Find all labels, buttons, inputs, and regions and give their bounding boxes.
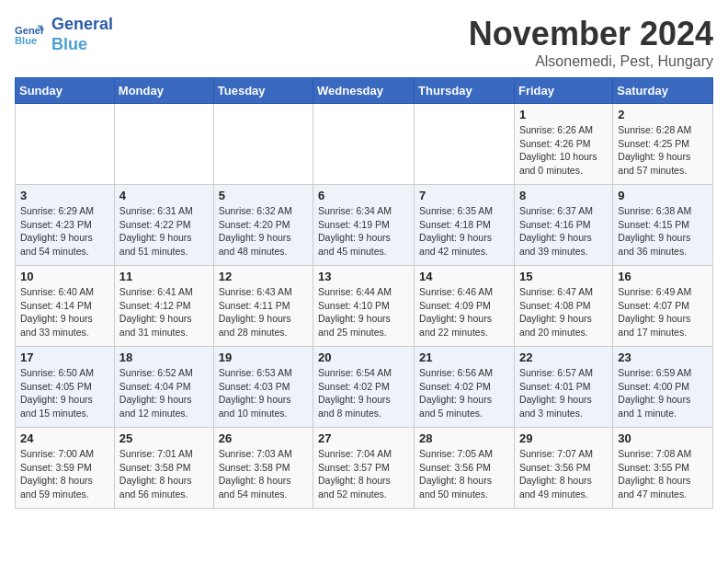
- day-number: 6: [318, 189, 409, 202]
- calendar-cell: 16Sunrise: 6:49 AM Sunset: 4:07 PM Dayli…: [613, 266, 713, 347]
- column-header-friday: Friday: [514, 78, 612, 104]
- calendar-cell: [415, 104, 515, 185]
- day-number: 25: [119, 431, 209, 445]
- day-info: Sunrise: 6:57 AM Sunset: 4:01 PM Dayligh…: [519, 366, 608, 420]
- day-info: Sunrise: 6:43 AM Sunset: 4:11 PM Dayligh…: [219, 285, 308, 339]
- day-number: 9: [618, 189, 708, 202]
- calendar-cell: 14Sunrise: 6:46 AM Sunset: 4:09 PM Dayli…: [415, 266, 515, 347]
- day-number: 29: [519, 431, 608, 445]
- day-number: 7: [419, 189, 509, 202]
- calendar-week-row: 1Sunrise: 6:26 AM Sunset: 4:26 PM Daylig…: [16, 104, 713, 185]
- day-info: Sunrise: 6:47 AM Sunset: 4:08 PM Dayligh…: [519, 285, 608, 339]
- column-header-monday: Monday: [114, 78, 213, 104]
- location: Alsonemedi, Pest, Hungary: [469, 53, 713, 70]
- day-number: 28: [419, 431, 509, 445]
- calendar-cell: [213, 104, 313, 185]
- day-info: Sunrise: 6:31 AM Sunset: 4:22 PM Dayligh…: [119, 204, 209, 259]
- day-info: Sunrise: 6:52 AM Sunset: 4:04 PM Dayligh…: [119, 366, 209, 420]
- calendar-cell: 17Sunrise: 6:50 AM Sunset: 4:05 PM Dayli…: [16, 347, 115, 428]
- day-info: Sunrise: 7:07 AM Sunset: 3:56 PM Dayligh…: [519, 447, 608, 501]
- day-info: Sunrise: 7:04 AM Sunset: 3:57 PM Dayligh…: [318, 447, 409, 501]
- day-info: Sunrise: 6:28 AM Sunset: 4:25 PM Dayligh…: [618, 123, 708, 178]
- day-number: 15: [519, 270, 608, 283]
- calendar-week-row: 17Sunrise: 6:50 AM Sunset: 4:05 PM Dayli…: [16, 347, 713, 428]
- column-header-sunday: Sunday: [16, 78, 115, 104]
- day-info: Sunrise: 6:26 AM Sunset: 4:26 PM Dayligh…: [519, 123, 608, 178]
- logo-line1: General: [51, 15, 113, 35]
- day-number: 2: [618, 108, 708, 121]
- day-info: Sunrise: 6:50 AM Sunset: 4:05 PM Dayligh…: [20, 366, 109, 420]
- day-number: 30: [618, 431, 708, 445]
- day-info: Sunrise: 6:40 AM Sunset: 4:14 PM Dayligh…: [20, 285, 109, 339]
- day-info: Sunrise: 6:38 AM Sunset: 4:15 PM Dayligh…: [618, 204, 708, 259]
- calendar-cell: 23Sunrise: 6:59 AM Sunset: 4:00 PM Dayli…: [613, 347, 713, 428]
- calendar-week-row: 3Sunrise: 6:29 AM Sunset: 4:23 PM Daylig…: [16, 185, 713, 266]
- day-number: 3: [20, 189, 109, 202]
- day-number: 11: [119, 270, 209, 283]
- calendar-header-row: SundayMondayTuesdayWednesdayThursdayFrid…: [16, 78, 713, 104]
- column-header-tuesday: Tuesday: [213, 78, 313, 104]
- day-number: 13: [318, 270, 409, 283]
- column-header-wednesday: Wednesday: [313, 78, 415, 104]
- day-info: Sunrise: 7:08 AM Sunset: 3:55 PM Dayligh…: [618, 447, 708, 501]
- calendar-cell: [16, 104, 115, 185]
- calendar-cell: 30Sunrise: 7:08 AM Sunset: 3:55 PM Dayli…: [613, 428, 713, 509]
- day-number: 5: [219, 189, 308, 202]
- day-number: 26: [219, 431, 308, 445]
- day-info: Sunrise: 6:56 AM Sunset: 4:02 PM Dayligh…: [419, 366, 509, 420]
- day-number: 8: [519, 189, 608, 202]
- calendar-cell: 10Sunrise: 6:40 AM Sunset: 4:14 PM Dayli…: [16, 266, 115, 347]
- day-info: Sunrise: 6:37 AM Sunset: 4:16 PM Dayligh…: [519, 204, 608, 259]
- page-header: General Blue General Blue November 2024 …: [15, 15, 713, 70]
- logo-icon: General Blue: [15, 22, 44, 48]
- day-number: 21: [419, 350, 509, 364]
- calendar-cell: 1Sunrise: 6:26 AM Sunset: 4:26 PM Daylig…: [514, 104, 612, 185]
- day-number: 12: [219, 270, 308, 283]
- calendar-cell: 27Sunrise: 7:04 AM Sunset: 3:57 PM Dayli…: [313, 428, 415, 509]
- calendar-cell: [114, 104, 213, 185]
- day-number: 17: [20, 350, 109, 364]
- day-info: Sunrise: 6:54 AM Sunset: 4:02 PM Dayligh…: [318, 366, 409, 420]
- calendar-cell: 19Sunrise: 6:53 AM Sunset: 4:03 PM Dayli…: [213, 347, 313, 428]
- day-number: 16: [618, 270, 708, 283]
- calendar-cell: 26Sunrise: 7:03 AM Sunset: 3:58 PM Dayli…: [213, 428, 313, 509]
- day-info: Sunrise: 6:46 AM Sunset: 4:09 PM Dayligh…: [419, 285, 509, 339]
- day-info: Sunrise: 7:01 AM Sunset: 3:58 PM Dayligh…: [119, 447, 209, 501]
- day-number: 18: [119, 350, 209, 364]
- day-number: 4: [119, 189, 209, 202]
- day-info: Sunrise: 6:34 AM Sunset: 4:19 PM Dayligh…: [318, 204, 409, 259]
- calendar-cell: 29Sunrise: 7:07 AM Sunset: 3:56 PM Dayli…: [514, 428, 612, 509]
- day-info: Sunrise: 6:44 AM Sunset: 4:10 PM Dayligh…: [318, 285, 409, 339]
- day-number: 1: [519, 108, 608, 121]
- calendar-cell: 12Sunrise: 6:43 AM Sunset: 4:11 PM Dayli…: [213, 266, 313, 347]
- day-info: Sunrise: 6:49 AM Sunset: 4:07 PM Dayligh…: [618, 285, 708, 339]
- calendar-cell: 13Sunrise: 6:44 AM Sunset: 4:10 PM Dayli…: [313, 266, 415, 347]
- month-title: November 2024: [469, 15, 713, 53]
- calendar-cell: 5Sunrise: 6:32 AM Sunset: 4:20 PM Daylig…: [213, 185, 313, 266]
- day-info: Sunrise: 6:59 AM Sunset: 4:00 PM Dayligh…: [618, 366, 708, 420]
- calendar-cell: 20Sunrise: 6:54 AM Sunset: 4:02 PM Dayli…: [313, 347, 415, 428]
- calendar-cell: 9Sunrise: 6:38 AM Sunset: 4:15 PM Daylig…: [613, 185, 713, 266]
- calendar-cell: 7Sunrise: 6:35 AM Sunset: 4:18 PM Daylig…: [415, 185, 515, 266]
- calendar-week-row: 10Sunrise: 6:40 AM Sunset: 4:14 PM Dayli…: [16, 266, 713, 347]
- day-number: 24: [20, 431, 109, 445]
- day-number: 19: [219, 350, 308, 364]
- day-number: 10: [20, 270, 109, 283]
- calendar-week-row: 24Sunrise: 7:00 AM Sunset: 3:59 PM Dayli…: [16, 428, 713, 509]
- calendar-cell: 25Sunrise: 7:01 AM Sunset: 3:58 PM Dayli…: [114, 428, 213, 509]
- logo: General Blue General Blue: [15, 15, 113, 54]
- day-number: 14: [419, 270, 509, 283]
- day-number: 22: [519, 350, 608, 364]
- calendar-cell: [313, 104, 415, 185]
- day-info: Sunrise: 6:29 AM Sunset: 4:23 PM Dayligh…: [20, 204, 109, 259]
- day-info: Sunrise: 6:32 AM Sunset: 4:20 PM Dayligh…: [219, 204, 308, 259]
- day-info: Sunrise: 7:03 AM Sunset: 3:58 PM Dayligh…: [219, 447, 308, 501]
- svg-text:Blue: Blue: [15, 35, 37, 46]
- day-number: 23: [618, 350, 708, 364]
- calendar-cell: 15Sunrise: 6:47 AM Sunset: 4:08 PM Dayli…: [514, 266, 612, 347]
- day-info: Sunrise: 6:53 AM Sunset: 4:03 PM Dayligh…: [219, 366, 308, 420]
- calendar-cell: 2Sunrise: 6:28 AM Sunset: 4:25 PM Daylig…: [613, 104, 713, 185]
- calendar-cell: 18Sunrise: 6:52 AM Sunset: 4:04 PM Dayli…: [114, 347, 213, 428]
- column-header-saturday: Saturday: [613, 78, 713, 104]
- calendar-cell: 4Sunrise: 6:31 AM Sunset: 4:22 PM Daylig…: [114, 185, 213, 266]
